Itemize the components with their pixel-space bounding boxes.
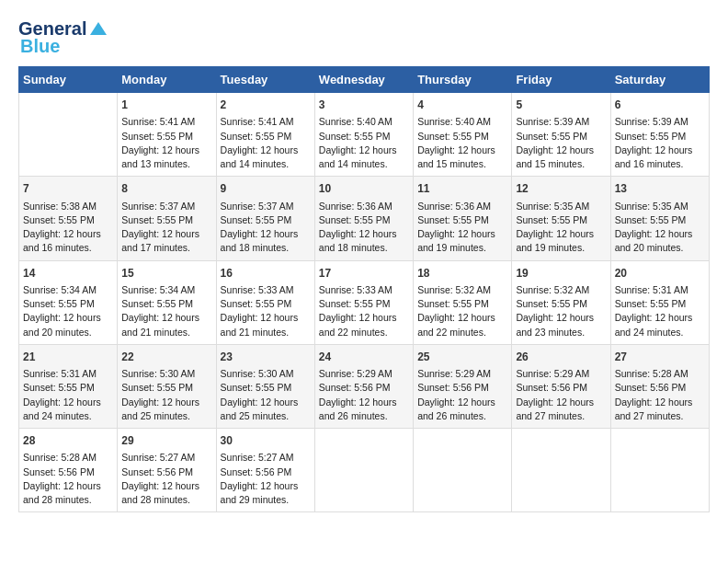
day-number: 3 <box>319 98 409 113</box>
day-number: 11 <box>417 181 507 197</box>
calendar-cell: 25Sunrise: 5:29 AM Sunset: 5:56 PM Dayli… <box>414 344 512 428</box>
calendar-cell: 22Sunrise: 5:30 AM Sunset: 5:55 PM Dayli… <box>118 344 216 428</box>
day-info: Sunrise: 5:27 AM Sunset: 5:56 PM Dayligh… <box>121 451 211 507</box>
day-info: Sunrise: 5:29 AM Sunset: 5:56 PM Dayligh… <box>516 367 606 423</box>
day-number: 9 <box>221 181 311 197</box>
day-info: Sunrise: 5:31 AM Sunset: 5:55 PM Dayligh… <box>615 283 705 339</box>
calendar-cell <box>314 429 413 512</box>
day-info: Sunrise: 5:41 AM Sunset: 5:55 PM Dayligh… <box>221 115 311 171</box>
calendar-cell: 15Sunrise: 5:34 AM Sunset: 5:55 PM Dayli… <box>118 260 216 344</box>
logo-arrow-icon <box>88 18 108 39</box>
calendar-cell: 16Sunrise: 5:33 AM Sunset: 5:55 PM Dayli… <box>216 260 314 344</box>
day-info: Sunrise: 5:28 AM Sunset: 5:56 PM Dayligh… <box>23 451 113 507</box>
day-number: 28 <box>23 433 113 449</box>
day-info: Sunrise: 5:27 AM Sunset: 5:56 PM Dayligh… <box>221 451 311 507</box>
day-number: 20 <box>615 266 705 282</box>
calendar-cell: 18Sunrise: 5:32 AM Sunset: 5:55 PM Dayli… <box>414 260 512 344</box>
day-info: Sunrise: 5:38 AM Sunset: 5:55 PM Dayligh… <box>23 200 113 256</box>
page-header: General Blue <box>18 18 710 57</box>
calendar-table: SundayMondayTuesdayWednesdayThursdayFrid… <box>18 66 710 512</box>
day-info: Sunrise: 5:35 AM Sunset: 5:55 PM Dayligh… <box>516 200 606 256</box>
day-number: 25 <box>417 350 507 365</box>
day-number: 10 <box>319 181 409 197</box>
day-number: 2 <box>221 98 311 113</box>
day-info: Sunrise: 5:40 AM Sunset: 5:55 PM Dayligh… <box>417 115 507 171</box>
calendar-cell <box>414 429 512 512</box>
calendar-cell: 9Sunrise: 5:37 AM Sunset: 5:55 PM Daylig… <box>216 177 314 260</box>
calendar-cell: 17Sunrise: 5:33 AM Sunset: 5:55 PM Dayli… <box>314 260 413 344</box>
calendar-cell: 4Sunrise: 5:40 AM Sunset: 5:55 PM Daylig… <box>414 93 512 177</box>
calendar-cell: 14Sunrise: 5:34 AM Sunset: 5:55 PM Dayli… <box>19 260 118 344</box>
calendar-cell: 1Sunrise: 5:41 AM Sunset: 5:55 PM Daylig… <box>118 93 216 177</box>
day-info: Sunrise: 5:28 AM Sunset: 5:56 PM Dayligh… <box>615 367 705 423</box>
day-number: 17 <box>319 266 409 282</box>
day-number: 24 <box>319 350 409 365</box>
calendar-cell <box>19 93 118 177</box>
calendar-cell: 23Sunrise: 5:30 AM Sunset: 5:55 PM Dayli… <box>216 344 314 428</box>
weekday-header: Monday <box>118 67 216 93</box>
calendar-week-row: 7Sunrise: 5:38 AM Sunset: 5:55 PM Daylig… <box>19 177 710 260</box>
day-info: Sunrise: 5:36 AM Sunset: 5:55 PM Dayligh… <box>417 200 507 256</box>
day-number: 13 <box>615 181 705 197</box>
calendar-cell: 6Sunrise: 5:39 AM Sunset: 5:55 PM Daylig… <box>610 93 709 177</box>
day-number: 19 <box>516 266 606 282</box>
calendar-cell: 21Sunrise: 5:31 AM Sunset: 5:55 PM Dayli… <box>19 344 118 428</box>
weekday-header: Saturday <box>610 67 709 93</box>
day-info: Sunrise: 5:39 AM Sunset: 5:55 PM Dayligh… <box>516 115 606 171</box>
calendar-cell: 30Sunrise: 5:27 AM Sunset: 5:56 PM Dayli… <box>216 429 314 512</box>
logo-text: General Blue <box>18 18 108 57</box>
calendar-cell <box>512 429 610 512</box>
day-info: Sunrise: 5:35 AM Sunset: 5:55 PM Dayligh… <box>615 200 705 256</box>
calendar-cell: 10Sunrise: 5:36 AM Sunset: 5:55 PM Dayli… <box>314 177 413 260</box>
day-info: Sunrise: 5:33 AM Sunset: 5:55 PM Dayligh… <box>319 283 409 339</box>
calendar-cell: 7Sunrise: 5:38 AM Sunset: 5:55 PM Daylig… <box>19 177 118 260</box>
day-info: Sunrise: 5:31 AM Sunset: 5:55 PM Dayligh… <box>23 367 113 423</box>
day-info: Sunrise: 5:39 AM Sunset: 5:55 PM Dayligh… <box>615 115 705 171</box>
calendar-cell: 24Sunrise: 5:29 AM Sunset: 5:56 PM Dayli… <box>314 344 413 428</box>
calendar-cell: 20Sunrise: 5:31 AM Sunset: 5:55 PM Dayli… <box>610 260 709 344</box>
day-number: 4 <box>417 98 507 113</box>
day-info: Sunrise: 5:40 AM Sunset: 5:55 PM Dayligh… <box>319 115 409 171</box>
calendar-week-row: 14Sunrise: 5:34 AM Sunset: 5:55 PM Dayli… <box>19 260 710 344</box>
calendar-cell: 5Sunrise: 5:39 AM Sunset: 5:55 PM Daylig… <box>512 93 610 177</box>
day-info: Sunrise: 5:37 AM Sunset: 5:55 PM Dayligh… <box>221 200 311 256</box>
day-number: 5 <box>516 98 606 113</box>
day-info: Sunrise: 5:30 AM Sunset: 5:55 PM Dayligh… <box>121 367 211 423</box>
weekday-header: Thursday <box>414 67 512 93</box>
calendar-cell: 8Sunrise: 5:37 AM Sunset: 5:55 PM Daylig… <box>118 177 216 260</box>
day-number: 27 <box>615 350 705 365</box>
day-number: 6 <box>615 98 705 113</box>
calendar-cell: 27Sunrise: 5:28 AM Sunset: 5:56 PM Dayli… <box>610 344 709 428</box>
weekday-header: Sunday <box>19 67 118 93</box>
header-row: SundayMondayTuesdayWednesdayThursdayFrid… <box>19 67 710 93</box>
day-info: Sunrise: 5:34 AM Sunset: 5:55 PM Dayligh… <box>23 283 113 339</box>
weekday-header: Friday <box>512 67 610 93</box>
calendar-cell: 28Sunrise: 5:28 AM Sunset: 5:56 PM Dayli… <box>19 429 118 512</box>
day-info: Sunrise: 5:29 AM Sunset: 5:56 PM Dayligh… <box>319 367 409 423</box>
calendar-cell: 19Sunrise: 5:32 AM Sunset: 5:55 PM Dayli… <box>512 260 610 344</box>
calendar-week-row: 1Sunrise: 5:41 AM Sunset: 5:55 PM Daylig… <box>19 93 710 177</box>
day-number: 12 <box>516 181 606 197</box>
day-info: Sunrise: 5:41 AM Sunset: 5:55 PM Dayligh… <box>121 115 211 171</box>
weekday-header: Tuesday <box>216 67 314 93</box>
svg-marker-0 <box>90 22 107 35</box>
calendar-cell: 11Sunrise: 5:36 AM Sunset: 5:55 PM Dayli… <box>414 177 512 260</box>
calendar-cell: 26Sunrise: 5:29 AM Sunset: 5:56 PM Dayli… <box>512 344 610 428</box>
day-number: 26 <box>516 350 606 365</box>
day-number: 8 <box>121 181 211 197</box>
day-number: 14 <box>23 266 113 282</box>
calendar-cell: 13Sunrise: 5:35 AM Sunset: 5:55 PM Dayli… <box>610 177 709 260</box>
calendar-cell: 3Sunrise: 5:40 AM Sunset: 5:55 PM Daylig… <box>314 93 413 177</box>
day-number: 7 <box>23 181 113 197</box>
day-info: Sunrise: 5:34 AM Sunset: 5:55 PM Dayligh… <box>121 283 211 339</box>
day-info: Sunrise: 5:36 AM Sunset: 5:55 PM Dayligh… <box>319 200 409 256</box>
weekday-header: Wednesday <box>314 67 413 93</box>
calendar-week-row: 21Sunrise: 5:31 AM Sunset: 5:55 PM Dayli… <box>19 344 710 428</box>
day-number: 21 <box>23 350 113 365</box>
day-info: Sunrise: 5:32 AM Sunset: 5:55 PM Dayligh… <box>516 283 606 339</box>
day-info: Sunrise: 5:32 AM Sunset: 5:55 PM Dayligh… <box>417 283 507 339</box>
day-number: 22 <box>121 350 211 365</box>
day-info: Sunrise: 5:30 AM Sunset: 5:55 PM Dayligh… <box>221 367 311 423</box>
calendar-cell: 29Sunrise: 5:27 AM Sunset: 5:56 PM Dayli… <box>118 429 216 512</box>
day-number: 16 <box>221 266 311 282</box>
